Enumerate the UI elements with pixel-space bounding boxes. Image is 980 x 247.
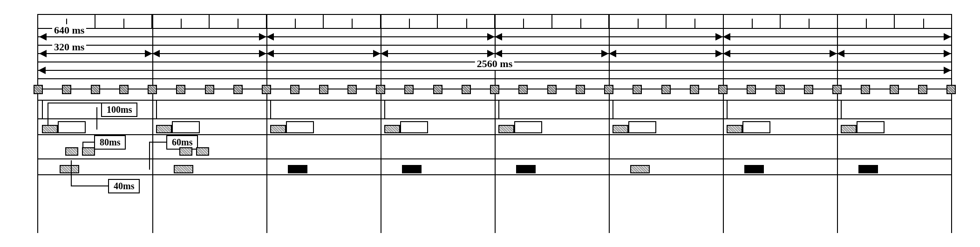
evt-upper-gray <box>384 125 400 133</box>
dim-segment-320 <box>837 53 951 54</box>
evt-upper-white <box>172 121 200 133</box>
marker <box>319 85 328 94</box>
dim-segment-320 <box>609 53 723 54</box>
marker <box>633 85 642 94</box>
evt-lower <box>858 165 878 173</box>
bottom-row: 40ms <box>38 175 951 203</box>
evt-upper-gray <box>42 125 58 133</box>
callout-80ms: 80ms <box>94 135 126 150</box>
marker <box>718 85 728 94</box>
dim-segment-320 <box>266 53 381 54</box>
evt-lower <box>402 165 422 173</box>
dim-segment-320 <box>723 53 837 54</box>
marker <box>890 85 899 94</box>
marker <box>290 85 299 94</box>
slot-pair <box>152 15 210 28</box>
dim-segment-640 <box>723 36 951 37</box>
marker <box>404 85 414 94</box>
marker <box>661 85 671 94</box>
slot-pair <box>552 15 610 28</box>
evt-lower <box>516 165 536 173</box>
callout-100ms: 100ms <box>101 103 137 117</box>
marker <box>946 85 956 94</box>
marker <box>176 85 185 94</box>
evt-upper-gray <box>498 125 514 133</box>
slot-pair <box>210 15 267 28</box>
dim-label-2560: 2560 ms <box>475 58 514 70</box>
event-row-lower <box>38 159 951 175</box>
marker <box>747 85 756 94</box>
slot-pair <box>495 15 552 28</box>
timing-diagram: 640 ms 320 ms 2560 ms 100ms 80ms 60ms <box>37 14 952 233</box>
marker <box>547 85 557 94</box>
marker <box>347 85 357 94</box>
dim-segment-320 <box>381 53 495 54</box>
event-row-middle: 80ms 60ms <box>38 135 951 159</box>
marker <box>576 85 585 94</box>
marker <box>91 85 100 94</box>
evt-upper-white <box>857 121 885 133</box>
marker <box>34 85 43 94</box>
slot-pair <box>609 15 667 28</box>
marker <box>148 85 157 94</box>
dim-label-640: 640 ms <box>52 24 86 36</box>
callout-40ms: 40ms <box>108 179 140 193</box>
slot-pair <box>895 15 951 28</box>
evt-upper-white <box>514 121 542 133</box>
evt-upper-gray <box>270 125 286 133</box>
slot-pair <box>381 15 438 28</box>
marker <box>462 85 471 94</box>
slot-pair <box>781 15 838 28</box>
evt-upper-white <box>742 121 770 133</box>
marker <box>776 85 785 94</box>
evt-lower <box>744 165 764 173</box>
dim-row-2560: 2560 ms <box>38 62 951 79</box>
marker <box>518 85 528 94</box>
marker <box>262 85 271 94</box>
dim-segment-640 <box>495 36 723 37</box>
evt-lower <box>288 165 307 173</box>
evt-mid-gray <box>82 147 95 156</box>
evt-lower <box>60 165 79 173</box>
slot-pair <box>838 15 895 28</box>
slot-pair <box>667 15 724 28</box>
evt-mid-gray <box>196 147 209 156</box>
evt-lower <box>630 165 650 173</box>
evt-upper-gray <box>841 125 857 133</box>
marker <box>861 85 870 94</box>
evt-upper-gray <box>727 125 742 133</box>
evt-upper-gray <box>156 125 172 133</box>
slot-pair <box>724 15 781 28</box>
event-row-upper <box>38 119 951 135</box>
marker <box>62 85 71 94</box>
dim-segment-320 <box>152 53 266 54</box>
marker <box>119 85 129 94</box>
slot-pair <box>438 15 495 28</box>
evt-upper-white <box>628 121 656 133</box>
evt-lower <box>174 165 193 173</box>
evt-upper-white <box>286 121 314 133</box>
marker <box>832 85 842 94</box>
evt-upper-white <box>58 121 86 133</box>
dim-segment-320 <box>495 53 609 54</box>
dim-label-320: 320 ms <box>52 41 86 53</box>
marker <box>376 85 385 94</box>
slot-pair <box>324 15 381 28</box>
evt-mid-gray <box>179 147 192 156</box>
evt-upper-white <box>400 121 428 133</box>
marker <box>233 85 243 94</box>
marker-row <box>38 89 951 101</box>
marker <box>490 85 499 94</box>
evt-mid-gray <box>65 147 78 156</box>
marker <box>918 85 927 94</box>
slot-pair <box>267 15 324 28</box>
slot-pair <box>95 15 153 28</box>
marker <box>804 85 813 94</box>
dim-segment-640 <box>266 36 495 37</box>
evt-upper-gray <box>612 125 628 133</box>
marker <box>205 85 214 94</box>
marker <box>604 85 613 94</box>
marker <box>690 85 699 94</box>
spacer-row: 100ms <box>38 101 951 119</box>
marker <box>433 85 442 94</box>
